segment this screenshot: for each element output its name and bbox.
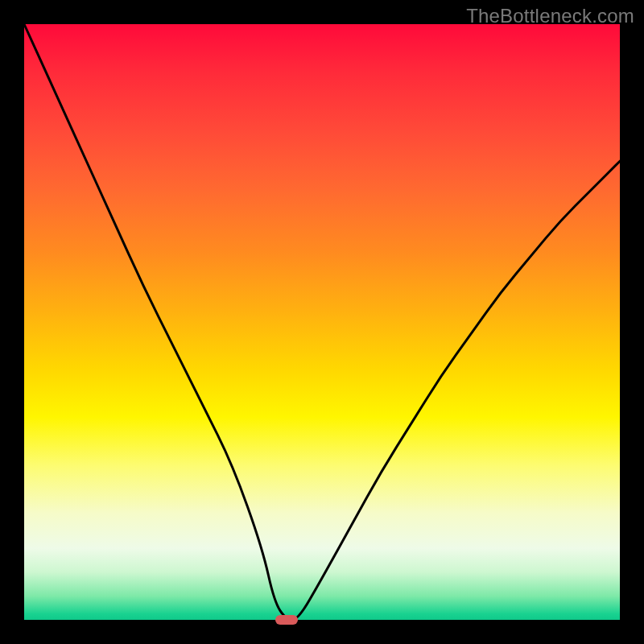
- bottleneck-curve: [24, 24, 620, 620]
- chart-frame: TheBottleneck.com: [0, 0, 644, 644]
- minimum-marker: [275, 615, 298, 625]
- curve-svg: [24, 24, 620, 620]
- plot-area: [24, 24, 620, 620]
